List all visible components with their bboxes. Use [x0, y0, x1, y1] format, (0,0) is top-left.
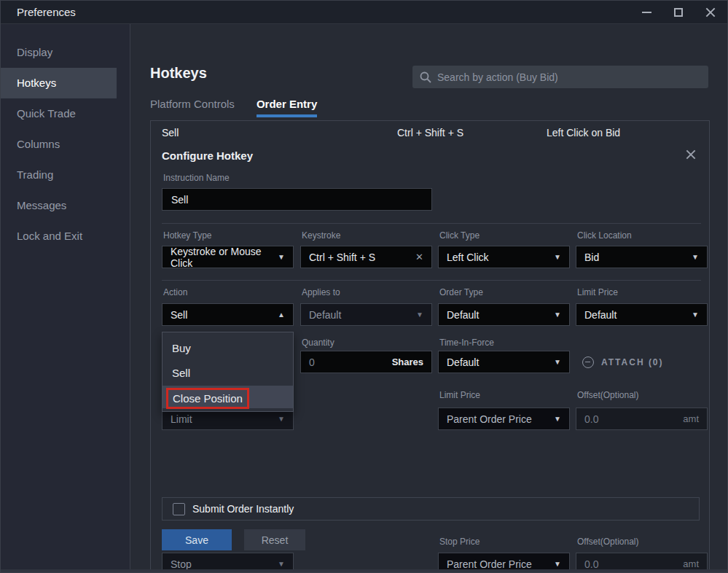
time-in-force-label: Time-In-Force [439, 338, 494, 348]
attach-label: ATTACH (0) [601, 357, 664, 367]
quantity-value: 0 [309, 356, 315, 368]
configure-hotkey-title: Configure Hotkey [162, 149, 253, 162]
sl-offset-input[interactable] [584, 558, 683, 570]
hotkey-row-keystroke: Ctrl + Shift + S [397, 127, 463, 139]
tp-limit-price-select[interactable]: Parent Order Price ▼ [438, 408, 570, 430]
sidebar-item-display[interactable]: Display [1, 37, 117, 68]
instruction-name-input[interactable] [162, 188, 432, 211]
save-button[interactable]: Save [162, 529, 232, 550]
tp-offset-label: Offset(Optional) [577, 390, 638, 400]
quantity-unit: Shares [392, 356, 423, 367]
limit-price-label: Limit Price [577, 287, 618, 297]
close-icon [686, 149, 696, 160]
tp-offset-unit: amt [683, 413, 699, 424]
keystroke-label: Keystroke [302, 230, 340, 241]
close-position-annotation: Close Position [166, 388, 249, 409]
time-in-force-value: Default [447, 356, 479, 368]
minus-circle-icon [582, 356, 594, 368]
instruction-name-label: Instruction Name [163, 173, 230, 183]
stop-price-value: Parent Order Price [447, 558, 532, 570]
tp-limit-price-value: Parent Order Price [447, 413, 532, 425]
tp-offset-field: amt [576, 408, 708, 430]
action-option-sell[interactable]: Sell [163, 361, 293, 386]
time-in-force-select[interactable]: Default ▼ [438, 351, 570, 373]
hotkey-type-value: Keystroke or Mouse Click [171, 246, 278, 269]
window-title: Preferences [17, 6, 76, 18]
tab-order-entry[interactable]: Order Entry [257, 98, 317, 117]
page-title: Hotkeys [150, 65, 207, 82]
action-dropdown: Buy Sell Close Position [162, 332, 294, 412]
chevron-down-icon: ▼ [278, 415, 285, 423]
click-type-select[interactable]: Left Click ▼ [438, 246, 570, 268]
configure-close-button[interactable] [683, 147, 699, 163]
main-content: Hotkeys Platform Controls Order Entry Se… [130, 24, 727, 570]
click-type-value: Left Click [447, 252, 489, 263]
sl-offset-unit: amt [683, 558, 699, 569]
maximize-button[interactable] [672, 6, 685, 19]
action-label: Action [163, 287, 187, 297]
chevron-down-icon: ▼ [554, 358, 561, 366]
action-option-buy[interactable]: Buy [163, 336, 293, 361]
hotkey-row-click: Left Click on Bid [547, 127, 620, 139]
keystroke-field[interactable]: Ctrl + Shift + S ✕ [300, 246, 432, 268]
order-type-label: Order Type [439, 287, 483, 297]
submit-instantly-label: Submit Order Instantly [192, 503, 294, 515]
quantity-label: Quantity [302, 338, 334, 348]
tp-offset-input[interactable] [584, 413, 683, 425]
reset-button[interactable]: Reset [244, 529, 305, 550]
action-select[interactable]: Sell ▲ [162, 303, 294, 326]
window-controls [640, 6, 717, 19]
sidebar-item-hotkeys[interactable]: Hotkeys [1, 68, 117, 98]
chevron-down-icon: ▼ [416, 311, 423, 319]
tab-platform-controls[interactable]: Platform Controls [150, 98, 235, 117]
chevron-down-icon: ▼ [554, 560, 561, 568]
search-box [412, 66, 708, 88]
click-location-value: Bid [584, 252, 599, 263]
applies-to-value: Default [309, 309, 341, 321]
search-input[interactable] [437, 71, 701, 83]
applies-to-label: Applies to [302, 287, 340, 297]
sidebar-item-quick-trade[interactable]: Quick Trade [1, 98, 117, 129]
divider [162, 280, 701, 281]
sidebar: Display Hotkeys Quick Trade Columns Trad… [1, 24, 130, 570]
click-location-select[interactable]: Bid ▼ [576, 246, 708, 268]
order-type-select[interactable]: Default ▼ [438, 303, 570, 326]
tp-limit-price-label: Limit Price [439, 390, 480, 400]
chevron-down-icon: ▼ [278, 560, 285, 568]
take-profit-value: Limit [171, 413, 192, 425]
click-location-label: Click Location [577, 230, 632, 241]
sidebar-item-columns[interactable]: Columns [1, 129, 117, 160]
minimize-icon [642, 12, 651, 13]
close-button[interactable] [704, 6, 717, 19]
sidebar-item-messages[interactable]: Messages [1, 190, 117, 221]
chevron-down-icon: ▼ [554, 415, 561, 423]
sl-offset-label: Offset(Optional) [577, 537, 638, 547]
submit-instantly-checkbox[interactable] [173, 503, 185, 515]
title-bar: Preferences [1, 1, 727, 24]
stop-price-label: Stop Price [439, 537, 480, 547]
quantity-field[interactable]: 0 Shares [300, 351, 432, 373]
clear-keystroke-icon[interactable]: ✕ [415, 252, 423, 262]
minimize-button[interactable] [640, 6, 653, 19]
window-bottom-edge [1, 569, 727, 572]
chevron-down-icon: ▼ [692, 253, 699, 261]
limit-price-select[interactable]: Default ▼ [576, 303, 708, 326]
attach-button[interactable]: ATTACH (0) [582, 351, 664, 373]
click-type-label: Click Type [439, 230, 480, 241]
chevron-down-icon: ▼ [692, 311, 699, 319]
hotkey-type-select[interactable]: Keystroke or Mouse Click ▼ [162, 246, 294, 268]
preferences-window: Preferences Display Hotkeys Quick Trade … [0, 0, 728, 573]
applies-to-select[interactable]: Default ▼ [300, 303, 432, 326]
sidebar-item-lock-and-exit[interactable]: Lock and Exit [1, 221, 117, 252]
submit-instantly-box: Submit Order Instantly [162, 497, 700, 521]
app-body: Display Hotkeys Quick Trade Columns Trad… [1, 24, 727, 570]
tab-bar: Platform Controls Order Entry [150, 98, 317, 117]
hotkey-panel: Sell Ctrl + Shift + S Left Click on Bid … [150, 120, 710, 573]
action-option-close-position[interactable]: Close Position [163, 386, 293, 408]
close-icon [705, 7, 716, 17]
sidebar-item-trading[interactable]: Trading [1, 160, 117, 190]
hotkey-type-label: Hotkey Type [163, 230, 211, 241]
maximize-icon [674, 8, 683, 17]
order-type-value: Default [447, 309, 479, 321]
hotkey-row-name[interactable]: Sell [162, 127, 179, 139]
